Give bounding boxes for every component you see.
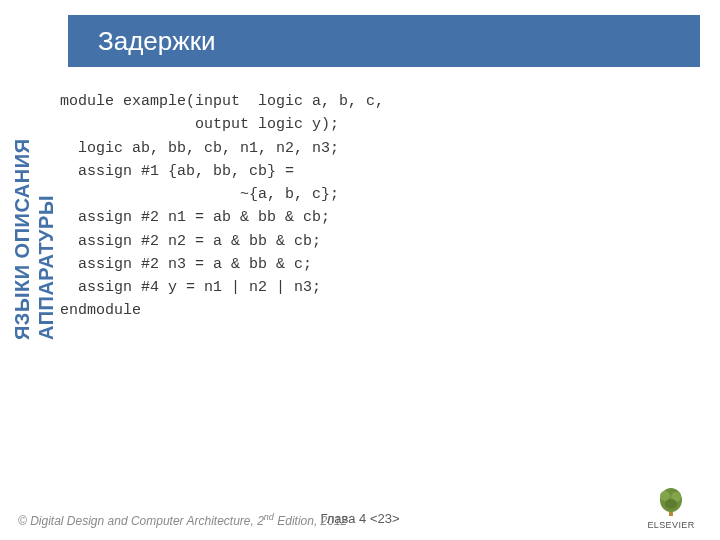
publisher-name: ELSEVIER — [642, 520, 700, 530]
code-line-6: assign #2 n1 = ab & bb & cb; — [60, 209, 330, 226]
code-line-10: endmodule — [60, 302, 141, 319]
slide-title: Задержки — [98, 26, 216, 57]
code-line-3: logic ab, bb, cb, n1, n2, n3; — [60, 140, 339, 157]
chapter-footer: Глава 4 <23> — [0, 511, 720, 526]
tree-icon — [656, 486, 686, 518]
svg-point-4 — [665, 499, 677, 509]
code-line-9: assign #4 y = n1 | n2 | n3; — [60, 279, 321, 296]
code-line-7: assign #2 n2 = a & bb & cb; — [60, 233, 321, 250]
publisher-logo: ELSEVIER — [642, 486, 700, 530]
code-line-4: assign #1 {ab, bb, cb} = — [60, 163, 294, 180]
code-line-8: assign #2 n3 = a & bb & c; — [60, 256, 312, 273]
sidebar-line-2: АППАРАТУРЫ — [35, 195, 57, 340]
code-line-1: module example(input logic a, b, c, — [60, 93, 384, 110]
code-line-5: ~{a, b, c}; — [60, 186, 339, 203]
code-block: module example(input logic a, b, c, outp… — [60, 90, 384, 323]
code-line-2: output logic y); — [60, 116, 339, 133]
slide-title-bar: Задержки — [68, 15, 700, 67]
sidebar-label: ЯЗЫКИ ОПИСАНИЯ АППАРАТУРЫ — [10, 80, 58, 340]
sidebar-line-1: ЯЗЫКИ ОПИСАНИЯ — [11, 138, 33, 340]
